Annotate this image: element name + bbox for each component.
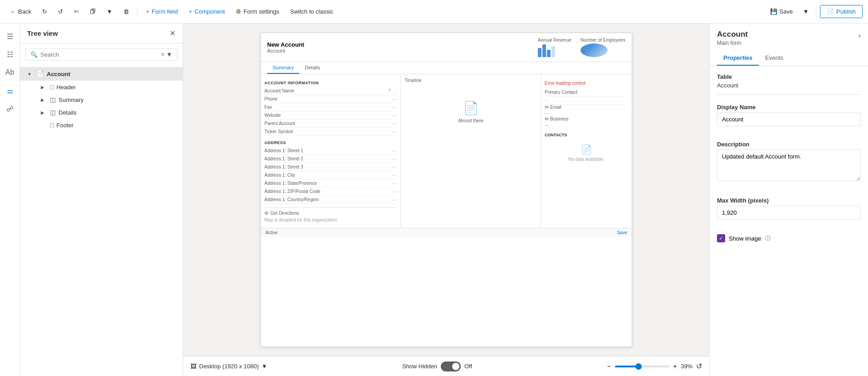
field-dots: ---	[392, 113, 397, 118]
field-country: Address 1: Country/Region	[264, 197, 390, 202]
delete-button[interactable]: 🗑	[119, 5, 134, 18]
expand-icon-header: ▶	[41, 85, 47, 90]
tree-view-close-button[interactable]: ✕	[170, 29, 176, 38]
field-row: Fax ---	[264, 103, 397, 111]
sidebar-menu-button[interactable]: ☰	[2, 28, 18, 44]
max-width-section: Max Width (pixels)	[717, 197, 861, 225]
email-label: Email	[550, 105, 561, 110]
search-icon: 🔍	[30, 51, 38, 58]
zoom-minus-icon[interactable]: −	[607, 362, 611, 371]
tab-details[interactable]: Details	[299, 62, 326, 74]
desktop-selector[interactable]: 🖼 Desktop (1920 x 1080) ▼	[190, 363, 267, 370]
paste-dropdown-icon: ▼	[107, 8, 112, 15]
zoom-slider[interactable]	[615, 366, 669, 367]
back-button[interactable]: ← Back	[5, 5, 36, 18]
sidebar-layers-button[interactable]: ⚌	[2, 82, 18, 99]
tree-item-footer[interactable]: ▶ □ Footer	[36, 119, 183, 131]
form-charts: Annual Revenue Number of Employees	[538, 38, 625, 57]
expand-icon-details: ▶	[41, 110, 47, 115]
field-dots: ---	[392, 121, 397, 126]
field-city: Address 1: City	[264, 173, 390, 178]
info-icon[interactable]: ⓘ	[765, 235, 770, 242]
tab-summary[interactable]: Summary	[267, 62, 299, 74]
right-panel: Account Main form Properties Events › Ta…	[709, 24, 868, 376]
timeline-placeholder: 📄 Almost there	[405, 85, 537, 139]
field-row: Address 1: State/Province ---	[264, 179, 397, 188]
copy-button[interactable]: 🗍	[85, 5, 100, 18]
cut-button[interactable]: ✄	[69, 5, 83, 18]
paste-dropdown-button[interactable]: ▼	[102, 5, 117, 18]
field-dots: ---	[392, 148, 397, 153]
save-label: Save	[780, 8, 793, 15]
form-status: Active	[265, 230, 278, 235]
tree-item-footer-label: Footer	[56, 122, 73, 129]
tree-item-summary[interactable]: ▶ ◫ Summary	[36, 93, 183, 106]
save-button[interactable]: 💾 Save	[766, 5, 798, 18]
search-dropdown-button[interactable]: ▼	[166, 51, 172, 58]
layers-icon: ⚌	[7, 87, 13, 95]
display-name-input[interactable]	[717, 112, 861, 126]
save-dropdown-button[interactable]: ▼	[799, 5, 812, 18]
timeline-text: Almost there	[458, 118, 483, 123]
right-header-info: Account Main form Properties Events	[717, 30, 790, 66]
tree-content: ▼ 📄 Account ▶ □ Header ▶ ◫ Summary ▶	[20, 65, 183, 376]
email-dots: ---	[545, 110, 628, 116]
tree-item-account-label: Account	[47, 71, 70, 77]
field-parent-account: Parent Account	[264, 121, 390, 126]
show-hidden-area: Show Hidden Off	[402, 362, 472, 371]
sidebar-grid-button[interactable]: ☷	[2, 46, 18, 63]
field-dots: ...	[393, 88, 397, 93]
form-preview: New Account Account Annual Revenue	[260, 33, 632, 347]
tab-properties[interactable]: Properties	[717, 51, 759, 66]
show-hidden-toggle[interactable]	[441, 362, 461, 371]
tree-item-header[interactable]: ▶ □ Header	[36, 81, 183, 93]
right-panel-content: Table Account Display Name Description U…	[710, 66, 868, 250]
tab-events[interactable]: Events	[759, 51, 790, 66]
display-name-label: Display Name	[717, 104, 861, 111]
form-settings-button[interactable]: ⚙ Form settings	[231, 5, 284, 18]
tree-item-account[interactable]: ▼ 📄 Account	[20, 67, 183, 81]
right-panel-subtitle: Main form	[717, 40, 790, 46]
publish-button[interactable]: 📄 Publish	[820, 5, 863, 18]
display-name-section: Display Name	[717, 104, 861, 132]
description-textarea[interactable]: Updated default Account form.	[717, 149, 861, 181]
zoom-reset-icon[interactable]: ↺	[696, 362, 702, 371]
no-data-icon: 📄	[581, 144, 592, 155]
sidebar-components-button[interactable]: ☍	[2, 101, 18, 117]
publish-label: Publish	[836, 8, 856, 15]
filter-button[interactable]: ▿	[161, 51, 164, 58]
account-info-section-label: ACCOUNT INFORMATION	[264, 81, 397, 85]
switch-classic-button[interactable]: Switch to classic	[286, 5, 338, 18]
search-input[interactable]	[40, 51, 158, 58]
plus-icon-1: +	[146, 8, 150, 15]
show-image-label: Show image	[729, 235, 761, 242]
field-account-name: Account Name	[264, 88, 386, 93]
add-form-field-button[interactable]: + Form field	[141, 5, 182, 18]
sidebar-text-button[interactable]: Ab	[2, 64, 18, 81]
tree-item-header-label: Header	[56, 84, 76, 91]
chart-1: Annual Revenue	[538, 38, 571, 57]
zoom-plus-icon[interactable]: +	[673, 362, 677, 371]
right-panel-title: Account	[717, 30, 790, 39]
section-icon-summary: ◫	[50, 96, 56, 103]
get-directions-row: ⚙ Get Directions	[264, 207, 397, 216]
redo-button[interactable]: ↺	[54, 5, 68, 18]
field-row: Phone ---	[264, 95, 397, 103]
max-width-input[interactable]	[717, 206, 861, 220]
show-image-checkbox[interactable]	[717, 234, 725, 242]
undo-button[interactable]: ↻	[38, 5, 52, 18]
tree-item-details[interactable]: ▶ ◫ Details	[36, 106, 183, 119]
get-directions-button[interactable]: ⚙ Get Directions	[264, 211, 397, 216]
menu-icon: ☰	[7, 32, 13, 41]
field-dots: ---	[392, 164, 397, 169]
zoom-controls: − + 39% ↺	[607, 362, 702, 371]
table-section: Table Account	[717, 73, 861, 95]
timeline-icon: 📄	[463, 101, 479, 116]
tree-item-details-label: Details	[59, 109, 77, 116]
form-save-link[interactable]: Save	[617, 230, 627, 235]
search-actions: ▿ ▼	[161, 51, 172, 58]
right-panel-expand-button[interactable]: ›	[858, 32, 861, 40]
field-ticker: Ticker Symbol	[264, 129, 390, 134]
add-component-button[interactable]: + Component	[184, 5, 229, 18]
search-bar[interactable]: 🔍 ▿ ▼	[25, 48, 177, 61]
